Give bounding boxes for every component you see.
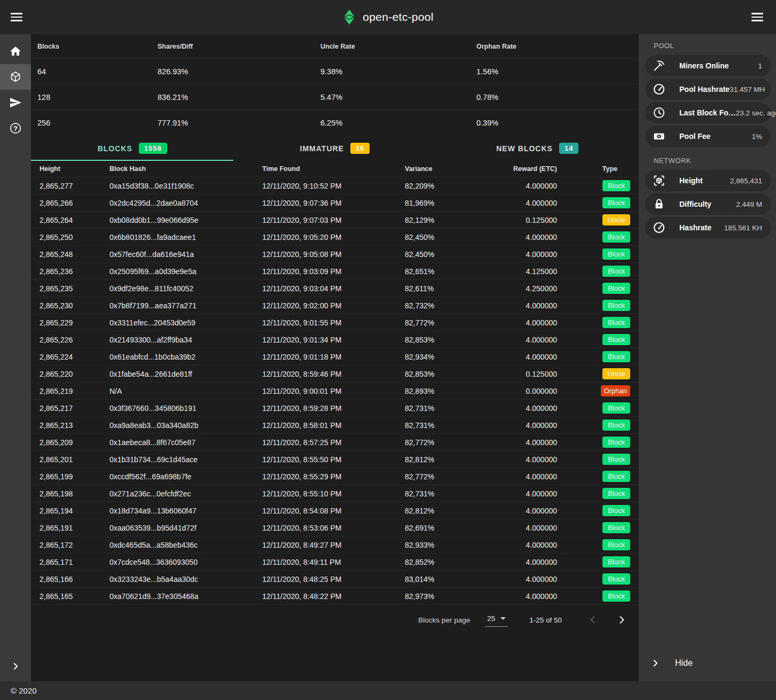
tab-label: IMMATURE	[300, 144, 344, 153]
block-hash-cell[interactable]: 0x3f367660...345806b191	[109, 404, 262, 413]
block-hash-cell[interactable]: 0x25095f69...a0d39e9e5a	[109, 267, 262, 276]
nav-home[interactable]	[0, 38, 31, 64]
tab-blocks[interactable]: BLOCKS1558	[31, 136, 233, 161]
block-hash-cell[interactable]: N/A	[109, 387, 262, 395]
block-hash-cell[interactable]: 0xaa063539...b95d41d72f	[109, 524, 262, 532]
block-hash-cell[interactable]: 0x7b8f7199...aea377a271	[109, 301, 262, 310]
type-badge: Block	[602, 590, 630, 602]
block-row[interactable]: 2,865,1710x7cdce548...363609305012/11/20…	[31, 554, 639, 571]
time-found-cell: 12/11/2020, 8:57:25 PM	[262, 438, 405, 447]
time-found-cell: 12/11/2020, 8:54:08 PM	[262, 507, 405, 515]
block-height-cell: 2,865,213	[40, 421, 109, 430]
block-row[interactable]: 2,865,2090x1aebeca8...8f67c05e8712/11/20…	[31, 434, 639, 451]
type-cell: Block	[557, 351, 639, 362]
block-row[interactable]: 2,865,2350x9df2e98e...811fc4005212/11/20…	[31, 280, 639, 297]
block-hash-cell[interactable]: 0xa70621d9...37e305468a	[109, 592, 262, 601]
block-hash-cell[interactable]: 0xdc465d5a...a58beb436c	[109, 541, 262, 549]
block-row[interactable]: 2,865,1940x18d734a9...13b6060f4712/11/20…	[31, 502, 639, 519]
type-cell: Block	[557, 266, 639, 277]
block-row[interactable]: 2,865,2010x1b31b734...69c1d45ace12/11/20…	[31, 451, 639, 468]
stats-sidebar: POOL Miners Online1Pool Hashrate31.457 M…	[639, 34, 776, 681]
block-hash-cell[interactable]: 0xa9a8eab3...03a340a82b	[109, 421, 262, 430]
type-badge: Block	[602, 419, 630, 431]
block-hash-cell[interactable]: 0x3311efec...20453d0e59	[109, 318, 262, 327]
reward-cell: 4.000000	[480, 438, 557, 447]
variance-cell: 82,731%	[405, 489, 480, 498]
block-hash-cell[interactable]: 0x18d734a9...13b6060f47	[109, 507, 262, 515]
block-row[interactable]: 2,865,1910xaa063539...b95d41d72f12/11/20…	[31, 519, 639, 536]
block-height-cell: 2,865,235	[40, 284, 109, 293]
reward-cell: 4.000000	[480, 489, 557, 498]
nav-blocks[interactable]	[0, 64, 31, 90]
blocks-column-header: Reward (ETC)	[480, 165, 557, 173]
variance-cell: 82,812%	[405, 455, 480, 464]
block-row[interactable]: 2,865,2200x1fabe54a...2661de81ff12/11/20…	[31, 365, 639, 383]
block-row[interactable]: 2,865,2360x25095f69...a0d39e9e5a12/11/20…	[31, 263, 639, 280]
nav-payments[interactable]	[0, 90, 31, 115]
nav-help[interactable]: ?	[0, 115, 31, 141]
block-row[interactable]: 2,865,2260x21493300...af2ff9ba3412/11/20…	[31, 331, 639, 348]
time-found-cell: 12/11/2020, 8:53:06 PM	[262, 524, 405, 532]
type-badge: Block	[602, 505, 630, 516]
block-height-cell: 2,865,229	[40, 318, 109, 327]
block-hash-cell[interactable]: 0x271a236c...0efcfdf2ec	[109, 489, 262, 498]
block-hash-cell[interactable]: 0x3233243e...b5a4aa30dc	[109, 575, 262, 584]
type-badge: Block	[602, 334, 630, 345]
block-hash-cell[interactable]: 0x1b31b734...69c1d45ace	[109, 455, 262, 464]
reward-cell: 4.000000	[480, 336, 557, 344]
tab-new-blocks[interactable]: NEW BLOCKS14	[436, 136, 639, 161]
rail-collapse-button[interactable]	[0, 651, 31, 681]
block-hash-cell[interactable]: 0x57fec60f...da616e941a	[109, 250, 262, 259]
block-row[interactable]: 2,865,1990xccdf562f...69a698b7fe12/11/20…	[31, 468, 639, 485]
block-row[interactable]: 2,865,2660x2dc4295d...2dae0a870412/11/20…	[31, 195, 639, 212]
block-hash-cell[interactable]: 0xccdf562f...69a698b7fe	[109, 472, 262, 481]
block-height-cell: 2,865,236	[40, 267, 109, 276]
block-hash-cell[interactable]: 0x2dc4295d...2dae0a8704	[109, 199, 262, 207]
block-hash-cell[interactable]: 0xa15d3f38...0e31f1908c	[109, 182, 262, 190]
block-hash-cell[interactable]: 0x9df2e98e...811fc40052	[109, 284, 262, 293]
block-row[interactable]: 2,865,2640xb08dd0b1...99e066d95e12/11/20…	[31, 212, 639, 229]
block-row[interactable]: 2,865,2770xa15d3f38...0e31f1908c12/11/20…	[31, 177, 639, 195]
block-row[interactable]: 2,865,2290x3311efec...20453d0e5912/11/20…	[31, 314, 639, 331]
menu-icon[interactable]	[11, 12, 25, 22]
block-row[interactable]: 2,865,2130xa9a8eab3...03a340a82b12/11/20…	[31, 417, 639, 434]
block-height-cell: 2,865,266	[40, 199, 109, 207]
time-found-cell: 12/11/2020, 9:00:01 PM	[262, 387, 405, 395]
block-row[interactable]: 2,865,2300x7b8f7199...aea377a27112/11/20…	[31, 297, 639, 314]
variance-cell: 82,772%	[405, 438, 480, 447]
reward-cell: 4.000000	[480, 558, 557, 566]
type-cell: Block	[557, 419, 639, 431]
block-row[interactable]: 2,865,1720xdc465d5a...a58beb436c12/11/20…	[31, 536, 639, 554]
previous-page-button[interactable]	[585, 612, 600, 627]
block-hash-cell[interactable]: 0x7cdce548...3636093050	[109, 558, 262, 566]
reward-cell: 0.000000	[480, 387, 557, 395]
block-row[interactable]: 2,865,219N/A12/11/2020, 9:00:01 PM82,893…	[31, 383, 639, 400]
block-hash-cell[interactable]: 0x1fabe54a...2661de81ff	[109, 370, 262, 378]
type-cell: Block	[557, 471, 639, 482]
block-row[interactable]: 2,865,2170x3f367660...345806b19112/11/20…	[31, 400, 639, 417]
block-row[interactable]: 2,865,1980x271a236c...0efcfdf2ec12/11/20…	[31, 485, 639, 502]
block-row[interactable]: 2,865,1660x3233243e...b5a4aa30dc12/11/20…	[31, 571, 639, 588]
block-hash-cell[interactable]: 0x21493300...af2ff9ba34	[109, 336, 262, 344]
tab-count-badge: 1558	[139, 143, 167, 154]
lock-icon	[653, 198, 665, 211]
type-badge: Block	[602, 266, 630, 277]
next-page-button[interactable]	[614, 612, 629, 627]
page-size-select[interactable]: 25	[485, 613, 508, 627]
block-row[interactable]: 2,865,1650xa70621d9...37e305468a12/11/20…	[31, 588, 639, 605]
reward-cell: 4.000000	[480, 404, 557, 413]
block-row[interactable]: 2,865,2480x57fec60f...da616e941a12/11/20…	[31, 246, 639, 263]
variance-cell: 82,732%	[405, 301, 480, 310]
block-hash-cell[interactable]: 0xb08dd0b1...99e066d95e	[109, 216, 262, 224]
block-hash-cell[interactable]: 0x1aebeca8...8f67c05e87	[109, 438, 262, 447]
reward-cell: 4.000000	[480, 575, 557, 584]
tab-immature[interactable]: IMMATURE16	[233, 136, 436, 161]
stat-label: Pool Hashrate	[679, 85, 730, 94]
menu-icon-right[interactable]	[751, 12, 765, 22]
block-row[interactable]: 2,865,2500x6b801826...fa9adcaee112/11/20…	[31, 229, 639, 246]
block-row[interactable]: 2,865,2240x61eabfcd...1b0cba39b212/11/20…	[31, 348, 639, 365]
block-height-cell: 2,865,166	[40, 575, 109, 584]
block-hash-cell[interactable]: 0x6b801826...fa9adcaee1	[109, 233, 262, 242]
hide-sidebar-button[interactable]: Hide	[639, 651, 776, 675]
block-hash-cell[interactable]: 0x61eabfcd...1b0cba39b2	[109, 353, 262, 361]
